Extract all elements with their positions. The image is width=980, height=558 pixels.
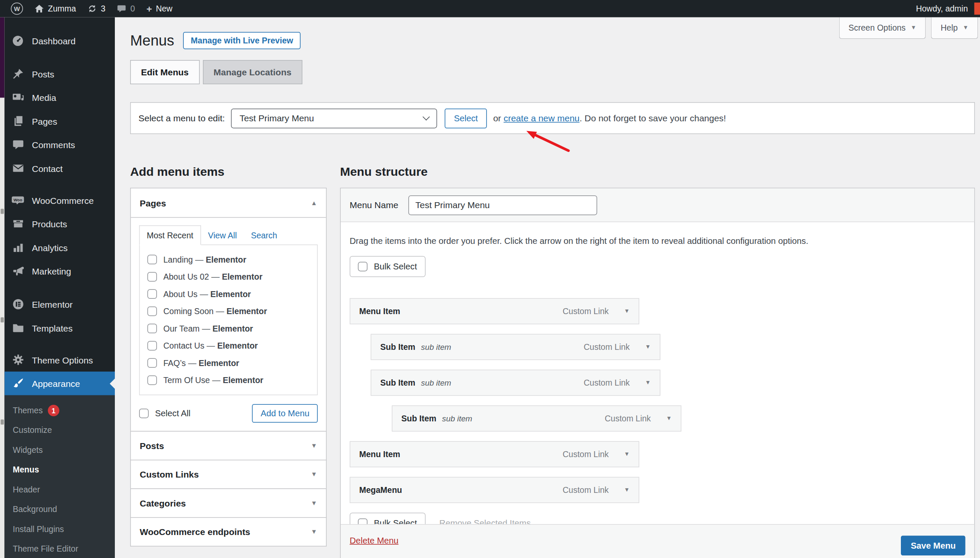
menu-item-title: Menu Item <box>359 449 400 459</box>
accordion-categories[interactable]: Categories ▼ <box>130 489 327 518</box>
media-icon <box>11 91 24 104</box>
menu-items-list: Menu Item Custom Link ▼ Sub Item sub ite… <box>350 298 974 504</box>
sidebar-item-pages[interactable]: Pages <box>5 109 115 133</box>
tab-manage-locations[interactable]: Manage Locations <box>203 60 302 84</box>
checkbox[interactable] <box>148 375 157 385</box>
menu-item-bar[interactable]: Menu Item Custom Link ▼ <box>350 441 639 468</box>
tab-edit-menus[interactable]: Edit Menus <box>130 60 199 84</box>
create-new-menu-link[interactable]: create a new menu <box>504 113 580 123</box>
sidebar-item-marketing[interactable]: Marketing <box>5 259 115 283</box>
avatar[interactable] <box>974 3 980 15</box>
sidebar-item-posts[interactable]: Posts <box>5 62 115 86</box>
new-content-menu[interactable]: + New <box>141 0 178 17</box>
sidebar-item-comments[interactable]: Comments <box>5 133 115 157</box>
expand-triangle-icon[interactable]: ▼ <box>645 344 651 350</box>
expand-triangle-icon[interactable]: ▼ <box>624 309 630 315</box>
or-text: or <box>493 113 504 123</box>
pages-panel-header[interactable]: Pages ▲ <box>131 189 326 218</box>
checkbox[interactable] <box>148 324 157 334</box>
checkbox[interactable] <box>148 255 157 265</box>
submenu-item-widgets[interactable]: Widgets <box>5 440 115 460</box>
screen-meta-links: Screen Options ▼ Help ▼ <box>839 17 978 39</box>
menu-item-bar[interactable]: Sub Item sub item Custom Link ▼ <box>392 406 681 432</box>
site-link[interactable]: Zumma <box>29 0 82 17</box>
menu-item-bar[interactable]: Sub Item sub item Custom Link ▼ <box>371 370 661 396</box>
menu-item-bar[interactable]: Menu Item Custom Link ▼ <box>350 298 639 325</box>
sidebar-item-label: Pages <box>32 116 57 126</box>
create-menu-sentence: or create a new menu. Do not forget to s… <box>493 113 726 123</box>
selected-menu-value: Test Primary Menu <box>239 113 314 123</box>
accordion-posts[interactable]: Posts ▼ <box>130 431 327 461</box>
sidebar-item-label: Comments <box>32 140 75 150</box>
sidebar-item-contact[interactable]: Contact <box>5 157 115 180</box>
menus-columns: Add menu items Pages ▲ Most Recent View … <box>130 165 975 558</box>
submenu-item-themes[interactable]: Themes 1 <box>5 401 115 421</box>
sidebar-item-elementor[interactable]: Elementor <box>5 292 115 316</box>
tab-most-recent[interactable]: Most Recent <box>139 226 201 246</box>
checkbox[interactable] <box>148 341 157 351</box>
checkbox[interactable] <box>148 289 157 299</box>
bulk-select-checkbox[interactable] <box>358 262 368 272</box>
menu-item-bar[interactable]: MegaMenu Custom Link ▼ <box>350 477 639 504</box>
submenu-label: Menus <box>13 465 39 475</box>
pushpin-icon <box>11 67 24 80</box>
screen-options-button[interactable]: Screen Options ▼ <box>839 17 926 39</box>
expand-triangle-icon[interactable]: ▼ <box>666 416 672 422</box>
current-menu-arrow <box>110 378 115 389</box>
expand-triangle-icon[interactable]: ▼ <box>624 487 630 493</box>
submenu-label: Customize <box>13 425 52 435</box>
pages-panel: Pages ▲ Most Recent View All Search L <box>130 188 327 432</box>
sidebar-item-media[interactable]: Media <box>5 86 115 109</box>
submenu-item-customize[interactable]: Customize <box>5 420 115 440</box>
menu-item-title: Sub Item <box>380 342 415 352</box>
checkbox[interactable] <box>148 358 157 368</box>
save-menu-button[interactable]: Save Menu <box>901 536 966 556</box>
submenu-item-header[interactable]: Header <box>5 480 115 500</box>
checkbox[interactable] <box>148 306 157 316</box>
delete-menu-link[interactable]: Delete Menu <box>350 536 399 546</box>
updates-indicator[interactable]: 3 <box>82 0 111 17</box>
new-label: New <box>156 4 172 14</box>
live-preview-button[interactable]: Manage with Live Preview <box>183 32 301 49</box>
howdy-account-link[interactable]: Howdy, admin <box>916 4 968 14</box>
menu-name-input[interactable] <box>408 195 597 215</box>
menu-select-dropdown[interactable]: Test Primary Menu <box>231 108 438 128</box>
select-all-checkbox[interactable] <box>139 409 149 418</box>
sidebar-item-appearance[interactable]: Appearance <box>5 372 115 395</box>
submenu-item-install-plugins[interactable]: Install Plugins <box>5 519 115 539</box>
menu-item-meta: Custom Link ▼ <box>605 414 672 424</box>
page-item-label: Landing — Elementor <box>163 255 246 265</box>
sidebar-item-label: Products <box>32 219 67 229</box>
sidebar-item-woocommerce[interactable]: Woo WooCommerce <box>5 189 115 212</box>
expand-triangle-icon[interactable]: ▼ <box>645 380 651 386</box>
wordpress-menu[interactable]: W <box>5 0 29 17</box>
select-button[interactable]: Select <box>445 108 487 128</box>
sidebar-item-templates[interactable]: Templates <box>5 316 115 340</box>
submenu-item-menus[interactable]: Menus <box>5 460 115 480</box>
sidebar-item-theme-options[interactable]: Theme Options <box>5 348 115 372</box>
menu-item-bar[interactable]: Sub Item sub item Custom Link ▼ <box>371 334 661 361</box>
sidebar-item-products[interactable]: Products <box>5 212 115 236</box>
accordion-woocommerce-endpoints[interactable]: WooCommerce endpoints ▼ <box>130 517 327 547</box>
comments-indicator[interactable]: 0 <box>111 0 140 17</box>
page-item-label: About Us — Elementor <box>163 289 251 299</box>
menu-name-bar: Menu Name <box>341 189 974 223</box>
help-button[interactable]: Help ▼ <box>931 17 978 39</box>
sidebar-item-label: Appearance <box>32 378 80 389</box>
tab-search[interactable]: Search <box>244 226 284 245</box>
submenu-item-background[interactable]: Background <box>5 499 115 519</box>
sidebar-item-analytics[interactable]: Analytics <box>5 236 115 260</box>
sidebar-item-dashboard[interactable]: Dashboard <box>5 29 115 53</box>
menu-item-title: Sub Item <box>380 378 415 388</box>
add-to-menu-button[interactable]: Add to Menu <box>252 404 318 423</box>
add-menu-items-heading: Add menu items <box>130 165 327 179</box>
expand-triangle-icon[interactable]: ▼ <box>624 452 630 458</box>
checkbox[interactable] <box>148 272 157 282</box>
accordion-custom-links[interactable]: Custom Links ▼ <box>130 460 327 489</box>
sidebar-item-label: Analytics <box>32 242 68 252</box>
submenu-item-theme-file-editor[interactable]: Theme File Editor <box>5 539 115 558</box>
submenu-label: Background <box>13 504 57 514</box>
select-all-control: Select All <box>139 409 191 418</box>
tab-view-all[interactable]: View All <box>201 226 244 245</box>
page-item-label: Our Team — Elementor <box>163 324 253 334</box>
